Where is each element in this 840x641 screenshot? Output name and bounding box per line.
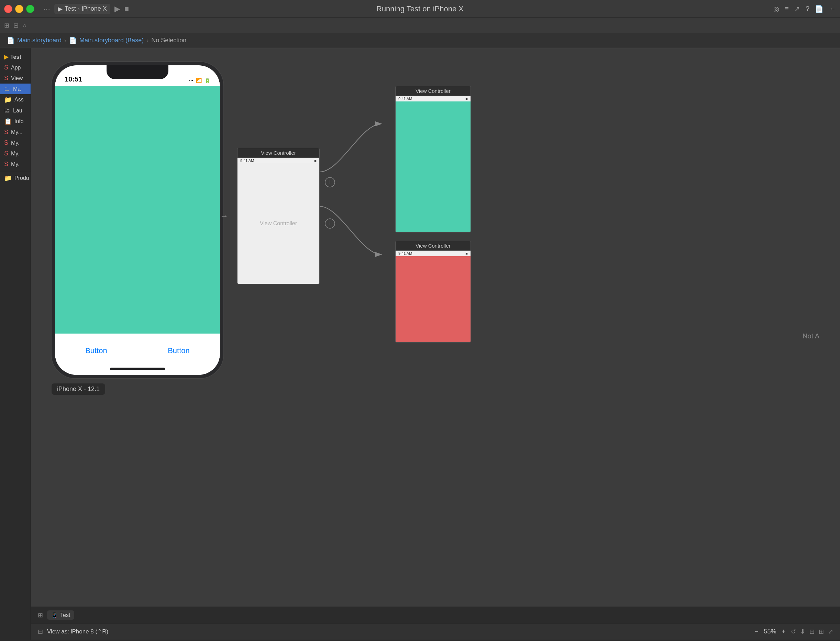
my4-file-icon: S [4,161,8,168]
download-icon[interactable]: ⬇ [800,628,805,636]
top-vc-card[interactable]: View Controller 9:41 AM ■ [395,86,471,232]
sidebar: ▶ Test S App S View 🗂 Ma 📁 Ass 🗂 Lau 📋 I… [0,48,31,639]
back-nav-icon[interactable]: ← [829,5,836,13]
canvas-area[interactable]: 10:51 ··· 📶 🔋 Button Button [31,48,840,639]
titlebar: ⋯ ▶ Test › iPhone X ▶ ■ Running Test on … [0,0,840,18]
segue-arrow-bottom [320,206,382,254]
view-as-icon: ⊟ [38,628,43,636]
top-vc-screen: 9:41 AM ■ [395,96,471,232]
signal-icon: ··· [189,78,193,83]
iphone-button-2[interactable]: Button [168,346,190,355]
info-file-icon: 📋 [4,118,12,125]
main-vc-content: View Controller [238,163,319,284]
main-vc-label: View Controller [260,221,297,227]
breadcrumb-item-label-2[interactable]: Main.storyboard (Base) [79,37,144,44]
sidebar-item-label-launch: Lau [13,108,22,114]
layout-icon-2[interactable]: ⊞ [819,628,824,636]
breadcrumb-item-label-1[interactable]: Main.storyboard [17,37,61,44]
minimize-button[interactable] [15,5,23,13]
toolbar-icon-2[interactable]: ⊞ [4,22,9,29]
breadcrumb-sep-2: › [146,37,148,44]
zoom-in-button[interactable]: + [782,628,785,635]
refresh-icon[interactable]: ↺ [791,628,796,636]
sidebar-item-products[interactable]: 📁 Produ [0,172,31,184]
secondary-toolbar: ⊞ ⊟ ⌕ [0,18,840,33]
view-as-label: View as: iPhone 8 (⌃R) [47,628,108,635]
top-vc-statusbar: 9:41 AM ■ [396,96,471,101]
sidebar-item-view[interactable]: S View [0,73,31,84]
debug-tag-test[interactable]: 📱 Test [47,610,74,620]
segue-circle-top-text: i [329,179,330,185]
sidebar-item-my2[interactable]: S My. [0,138,31,148]
sidebar-item-my3[interactable]: S My. [0,148,31,159]
sidebar-item-assets[interactable]: 📁 Ass [0,94,31,105]
zoom-level: 55% [764,628,776,635]
activity-icon[interactable]: ◎ [773,5,779,13]
iphone-home-indicator [110,367,165,370]
iphone-screen: 10:51 ··· 📶 🔋 Button Button [55,65,220,375]
run-button[interactable]: ▶ [114,5,120,13]
sidebar-item-label-view: View [11,75,22,82]
device-name: iPhone X [82,5,107,12]
traffic-lights [4,5,34,13]
iphone-time: 10:51 [64,75,82,83]
main-file-icon: 🗂 [4,85,10,92]
close-button[interactable] [4,5,12,13]
maximize-button[interactable] [26,5,34,13]
toolbar-search[interactable]: ⌕ [22,22,26,29]
my1-file-icon: S [4,129,8,136]
device-label: iPhone X - 12.1 [51,383,105,395]
main-vc-battery: ■ [314,158,316,163]
debug-icon-1[interactable]: ⊞ [38,611,43,619]
test-icon: 📱 [51,612,58,618]
sidebar-item-launch[interactable]: 🗂 Lau [0,105,31,116]
bottom-toolbar-right: ↺ ⬇ ⊟ ⊞ ⤢ [791,628,833,636]
iphone-frame: 10:51 ··· 📶 🔋 Button Button [51,62,223,378]
my3-file-icon: S [4,150,8,157]
assets-folder-icon: 📁 [4,96,12,103]
iphone-content [55,86,220,333]
panel-toggle-icon[interactable]: ≡ [785,5,789,13]
sidebar-item-label-my1: My... [11,129,22,135]
products-folder-icon: 📁 [4,174,12,182]
zoom-out-button[interactable]: − [755,628,758,635]
stop-button[interactable]: ■ [124,5,129,13]
sidebar-item-label-info: Info [14,118,24,124]
not-available-text: Not A [803,332,819,340]
breadcrumb-item-label-3: No Selection [151,37,186,44]
sidebar-item-label-my4: My. [11,161,19,167]
help-icon[interactable]: ? [806,5,809,13]
bottom-vc-card[interactable]: View Controller 9:41 AM ■ [395,241,471,343]
main-vc-card[interactable]: → View Controller 9:41 AM ■ View Control… [237,148,320,284]
sidebar-item-app[interactable]: S App [0,62,31,73]
share-icon[interactable]: ↗ [794,5,800,13]
sidebar-group: ▶ Test [0,52,31,62]
sidebar-item-label-app: App [11,64,21,71]
iphone-button-1[interactable]: Button [85,346,107,355]
entry-arrow: → [220,211,228,221]
size-icon[interactable]: ⤢ [828,628,833,636]
main-layout: ▶ Test S App S View 🗂 Ma 📁 Ass 🗂 Lau 📋 I… [0,48,840,639]
segue-circle-bottom [325,219,335,228]
scheme-selector[interactable]: ▶ Test › iPhone X [54,4,110,14]
layout-icon-1[interactable]: ⊟ [809,628,814,636]
sidebar-item-my1[interactable]: S My... [0,127,31,138]
segue-arrow-top [320,124,382,172]
view-file-icon: S [4,75,8,82]
bottom-vc-content [396,256,471,342]
sidebar-item-main[interactable]: 🗂 Ma [0,84,31,94]
bottom-toolbar-left: ⊟ View as: iPhone 8 (⌃R) [38,628,749,636]
toolbar-icon-3[interactable]: ⊟ [13,22,19,29]
scheme-name: Test [64,5,76,12]
toolbar-icon[interactable]: ⋯ [43,5,50,13]
sidebar-item-info[interactable]: 📋 Info [0,116,31,127]
debug-tag-label: Test [60,612,70,618]
breadcrumb-item-1[interactable]: 📄 [7,37,14,44]
sidebar-separator [0,171,31,171]
wifi-icon: 📶 [196,78,202,83]
new-file-icon[interactable]: 📄 [815,5,824,13]
sidebar-item-my4[interactable]: S My. [0,159,31,169]
bottom-vc-battery: ■ [465,251,468,256]
app-file-icon: S [4,64,8,71]
sidebar-group-label-text: Test [10,54,21,60]
